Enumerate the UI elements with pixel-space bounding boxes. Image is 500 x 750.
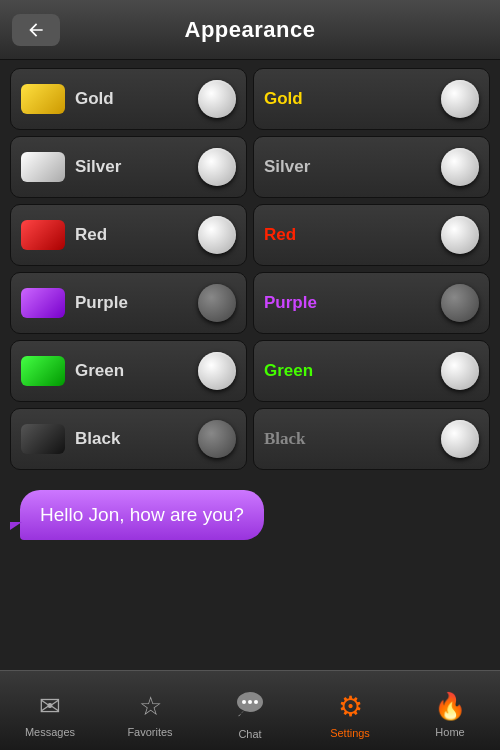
label-black-right: Black (264, 429, 441, 449)
appearance-content: Gold Gold Silver Silver Red Red (0, 60, 500, 680)
color-grid: Gold Gold Silver Silver Red Red (10, 68, 490, 470)
toggle-green-right[interactable] (441, 352, 479, 390)
toggle-red-right[interactable] (441, 216, 479, 254)
label-red-left: Red (75, 225, 198, 245)
chat-bubble-text: Hello Jon, how are you? (40, 504, 244, 525)
toggle-silver-left[interactable] (198, 148, 236, 186)
tab-chat[interactable]: Chat (200, 671, 300, 750)
toggle-black-right[interactable] (441, 420, 479, 458)
page-title: Appearance (185, 17, 316, 43)
label-purple-right: Purple (264, 293, 441, 313)
chat-bubble: Hello Jon, how are you? (20, 490, 264, 540)
color-row-purple-right[interactable]: Purple (253, 272, 490, 334)
tab-bar: ✉ Messages ☆ Favorites Chat ⚙ Settings 🔥… (0, 670, 500, 750)
label-gold-right: Gold (264, 89, 441, 109)
svg-point-2 (248, 700, 252, 704)
swatch-black (21, 424, 65, 454)
swatch-gold (21, 84, 65, 114)
toggle-red-left[interactable] (198, 216, 236, 254)
label-silver-left: Silver (75, 157, 198, 177)
toggle-silver-right[interactable] (441, 148, 479, 186)
color-row-red-right[interactable]: Red (253, 204, 490, 266)
label-black-left: Black (75, 429, 198, 449)
color-row-black-right[interactable]: Black (253, 408, 490, 470)
label-gold-left: Gold (75, 89, 198, 109)
swatch-red (21, 220, 65, 250)
back-icon (26, 20, 46, 40)
label-green-right: Green (264, 361, 441, 381)
back-button[interactable] (12, 14, 60, 46)
tab-chat-label: Chat (238, 728, 261, 740)
toggle-gold-right[interactable] (441, 80, 479, 118)
swatch-purple (21, 288, 65, 318)
color-row-green-right[interactable]: Green (253, 340, 490, 402)
label-purple-left: Purple (75, 293, 198, 313)
settings-icon: ⚙ (338, 690, 363, 723)
toggle-black-left[interactable] (198, 420, 236, 458)
label-green-left: Green (75, 361, 198, 381)
tab-favorites-label: Favorites (127, 726, 172, 738)
chat-preview: Hello Jon, how are you? (10, 480, 490, 550)
color-row-purple-left[interactable]: Purple (10, 272, 247, 334)
color-row-gold-left[interactable]: Gold (10, 68, 247, 130)
svg-point-1 (242, 700, 246, 704)
label-silver-right: Silver (264, 157, 441, 177)
header: Appearance (0, 0, 500, 60)
tab-home[interactable]: 🔥 Home (400, 671, 500, 750)
home-icon: 🔥 (434, 691, 466, 722)
color-row-silver-left[interactable]: Silver (10, 136, 247, 198)
favorites-icon: ☆ (139, 691, 162, 722)
toggle-purple-right[interactable] (441, 284, 479, 322)
tab-settings[interactable]: ⚙ Settings (300, 671, 400, 750)
svg-point-3 (254, 700, 258, 704)
color-row-green-left[interactable]: Green (10, 340, 247, 402)
tab-favorites[interactable]: ☆ Favorites (100, 671, 200, 750)
tab-settings-label: Settings (330, 727, 370, 739)
color-row-silver-right[interactable]: Silver (253, 136, 490, 198)
tab-messages[interactable]: ✉ Messages (0, 671, 100, 750)
color-row-gold-right[interactable]: Gold (253, 68, 490, 130)
toggle-purple-left[interactable] (198, 284, 236, 322)
chat-icon (234, 689, 266, 724)
swatch-green (21, 356, 65, 386)
tab-messages-label: Messages (25, 726, 75, 738)
swatch-silver (21, 152, 65, 182)
messages-icon: ✉ (39, 691, 61, 722)
toggle-green-left[interactable] (198, 352, 236, 390)
color-row-black-left[interactable]: Black (10, 408, 247, 470)
color-row-red-left[interactable]: Red (10, 204, 247, 266)
tab-home-label: Home (435, 726, 464, 738)
toggle-gold-left[interactable] (198, 80, 236, 118)
label-red-right: Red (264, 225, 441, 245)
